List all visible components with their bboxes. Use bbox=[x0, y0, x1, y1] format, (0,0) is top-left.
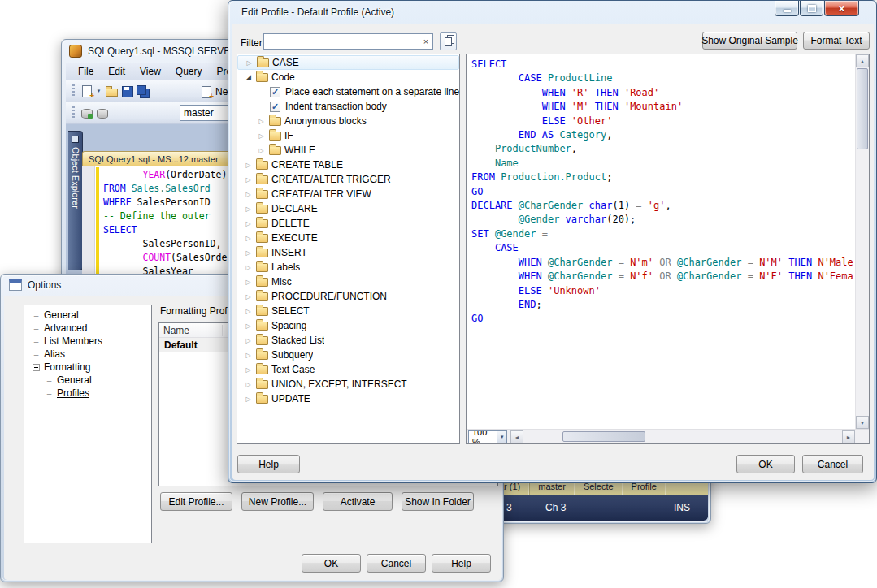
options-tree-item-alias[interactable]: –Alias bbox=[24, 348, 151, 361]
chevron-collapsed-icon[interactable]: ▷ bbox=[257, 132, 266, 140]
tree-item-declare[interactable]: ▷DECLARE bbox=[237, 201, 459, 216]
options-tree-item-list-members[interactable]: –List Members bbox=[24, 335, 151, 348]
minimize-button[interactable] bbox=[775, 1, 799, 16]
save-icon[interactable] bbox=[120, 84, 133, 97]
tree-collapse-icon[interactable] bbox=[33, 364, 40, 371]
tree-item-create-table[interactable]: ▷CREATE TABLE bbox=[237, 158, 459, 172]
tree-item-misc[interactable]: ▷Misc bbox=[237, 275, 459, 289]
tree-item-while[interactable]: ▷WHILE bbox=[237, 143, 459, 158]
options-tree-item-general[interactable]: –General bbox=[24, 374, 151, 387]
help-button[interactable]: Help bbox=[432, 554, 491, 573]
tree-item-execute[interactable]: ▷EXECUTE bbox=[237, 231, 459, 245]
ok-button[interactable]: OK bbox=[302, 554, 361, 573]
scroll-up-button[interactable]: ▲ bbox=[856, 54, 869, 67]
chevron-down-icon[interactable]: ▼ bbox=[95, 84, 102, 97]
chevron-collapsed-icon[interactable]: ▷ bbox=[244, 264, 253, 271]
menu-item-query[interactable]: Query bbox=[168, 63, 210, 80]
menu-item-file[interactable]: File bbox=[71, 63, 101, 80]
chevron-collapsed-icon[interactable]: ▷ bbox=[244, 381, 253, 388]
copy-profile-button[interactable] bbox=[440, 32, 457, 50]
chevron-collapsed-icon[interactable]: ▷ bbox=[244, 322, 253, 330]
close-button[interactable]: × bbox=[824, 1, 859, 16]
tree-item-subquery[interactable]: ▷Subquery bbox=[237, 348, 459, 362]
chevron-collapsed-icon[interactable]: ▷ bbox=[244, 205, 253, 213]
tree-item-select[interactable]: ▷SELECT bbox=[237, 304, 459, 318]
options-tree-item-general[interactable]: –General bbox=[24, 309, 151, 322]
format-text-button[interactable]: Format Text bbox=[803, 32, 870, 50]
tree-item-procedure-function[interactable]: ▷PROCEDURE/FUNCTION bbox=[237, 289, 459, 304]
tree-item-spacing[interactable]: ▷Spacing bbox=[237, 318, 459, 333]
chevron-collapsed-icon[interactable]: ▷ bbox=[244, 366, 253, 374]
chevron-collapsed-icon[interactable]: ▷ bbox=[245, 59, 254, 67]
checkbox-checked-icon[interactable]: ✓ bbox=[270, 102, 280, 112]
tree-item-if[interactable]: ▷IF bbox=[237, 128, 459, 143]
chevron-collapsed-icon[interactable]: ▷ bbox=[244, 293, 253, 300]
edit-profile-button[interactable]: Edit Profile... bbox=[160, 492, 232, 511]
tree-item-union-except-intersect[interactable]: ▷UNION, EXCEPT, INTERSECT bbox=[237, 377, 459, 391]
tree-item-delete[interactable]: ▷DELETE bbox=[237, 216, 459, 231]
sql-preview-panel[interactable]: SELECT CASE ProductLine WHEN 'R' THEN 'R… bbox=[466, 54, 870, 444]
toolbar-grip[interactable] bbox=[72, 106, 75, 119]
new-profile-button[interactable]: New Profile... bbox=[241, 492, 314, 511]
filter-clear-button[interactable]: × bbox=[419, 33, 433, 50]
chevron-expanded-icon[interactable]: ◢ bbox=[244, 73, 253, 81]
activate-button[interactable]: Activate bbox=[323, 492, 393, 511]
tree-item-case[interactable]: ▷CASE bbox=[237, 55, 459, 70]
cancel-button[interactable]: Cancel bbox=[367, 554, 426, 573]
menu-item-edit[interactable]: Edit bbox=[101, 63, 132, 80]
vscroll-thumb[interactable] bbox=[857, 68, 868, 149]
tree-item-text-case[interactable]: ▷Text Case bbox=[237, 362, 459, 377]
scroll-left-button[interactable]: ◄ bbox=[510, 430, 523, 443]
chevron-collapsed-icon[interactable]: ▷ bbox=[244, 337, 253, 344]
zoom-combobox[interactable]: 100 % ▼ bbox=[468, 430, 507, 443]
tree-item-code[interactable]: ◢Code bbox=[237, 70, 459, 84]
column-header-name[interactable]: Name bbox=[159, 325, 223, 336]
tree-item-place-each-statement-on-a-separate-line[interactable]: ✓Place each statement on a separate line bbox=[237, 84, 459, 99]
open-file-icon[interactable] bbox=[105, 84, 118, 97]
tree-item-stacked-list[interactable]: ▷Stacked List bbox=[237, 333, 459, 348]
tree-item-create-alter-view[interactable]: ▷CREATE/ALTER VIEW bbox=[237, 187, 459, 201]
ok-button[interactable]: OK bbox=[736, 455, 795, 473]
tree-item-indent-transaction-body[interactable]: ✓Indent transaction body bbox=[237, 99, 459, 114]
chevron-collapsed-icon[interactable]: ▷ bbox=[244, 220, 253, 227]
maximize-button[interactable] bbox=[800, 1, 823, 16]
chevron-collapsed-icon[interactable]: ▷ bbox=[257, 118, 266, 125]
tree-item-create-alter-trigger[interactable]: ▷CREATE/ALTER TRIGGER bbox=[237, 172, 459, 187]
chevron-collapsed-icon[interactable]: ▷ bbox=[257, 147, 266, 154]
chevron-collapsed-icon[interactable]: ▷ bbox=[244, 191, 253, 198]
preview-vscrollbar[interactable]: ▲ ▼ bbox=[855, 54, 869, 429]
chevron-collapsed-icon[interactable]: ▷ bbox=[244, 162, 253, 169]
save-all-icon[interactable] bbox=[136, 84, 149, 97]
document-tab[interactable]: SQLQuery1.sql - MS...12.master bbox=[82, 151, 230, 166]
scroll-down-button[interactable]: ▼ bbox=[856, 416, 869, 429]
chevron-collapsed-icon[interactable]: ▷ bbox=[244, 352, 253, 359]
scroll-right-button[interactable]: ► bbox=[842, 430, 855, 443]
options-tree-item-advanced[interactable]: –Advanced bbox=[24, 322, 151, 335]
tree-item-insert[interactable]: ▷INSERT bbox=[237, 245, 459, 260]
chevron-collapsed-icon[interactable]: ▷ bbox=[244, 249, 253, 257]
options-tree-item-profiles[interactable]: –Profiles bbox=[24, 387, 151, 400]
chevron-collapsed-icon[interactable]: ▷ bbox=[244, 235, 253, 242]
cancel-button[interactable]: Cancel bbox=[802, 455, 863, 473]
help-button[interactable]: Help bbox=[237, 455, 300, 473]
tree-item-labels[interactable]: ▷Labels bbox=[237, 260, 459, 275]
hscroll-thumb[interactable] bbox=[562, 431, 645, 442]
new-query-icon[interactable] bbox=[80, 84, 93, 97]
menu-item-view[interactable]: View bbox=[132, 63, 168, 80]
show-in-folder-button[interactable]: Show In Folder bbox=[402, 492, 474, 511]
tree-item-anonymous-blocks[interactable]: ▷Anonymous blocks bbox=[237, 114, 459, 128]
chevron-collapsed-icon[interactable]: ▷ bbox=[244, 176, 253, 184]
chevron-collapsed-icon[interactable]: ▷ bbox=[244, 396, 253, 403]
filter-input[interactable] bbox=[263, 33, 419, 50]
connect-database-icon[interactable] bbox=[80, 106, 93, 119]
toolbar-grip[interactable] bbox=[72, 84, 75, 97]
checkbox-checked-icon[interactable]: ✓ bbox=[270, 87, 280, 97]
options-tree-item-formatting[interactable]: Formatting bbox=[24, 361, 151, 374]
change-connection-icon[interactable] bbox=[95, 106, 108, 119]
chevron-down-icon[interactable]: ▼ bbox=[497, 431, 506, 443]
chevron-collapsed-icon[interactable]: ▷ bbox=[244, 308, 253, 315]
show-original-sample-button[interactable]: Show Original Sample bbox=[702, 32, 797, 50]
chevron-collapsed-icon[interactable]: ▷ bbox=[244, 279, 253, 286]
tree-item-update[interactable]: ▷UPDATE bbox=[237, 391, 459, 406]
object-explorer-tab[interactable]: Object Explorer bbox=[68, 131, 83, 270]
